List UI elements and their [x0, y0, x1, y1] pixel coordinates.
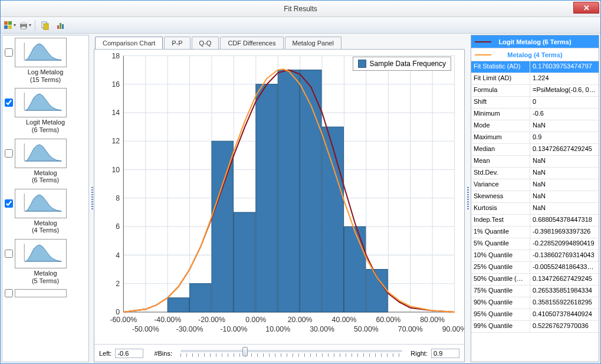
- svg-rect-1: [8, 21, 12, 25]
- tab[interactable]: Comparison Chart: [95, 37, 163, 49]
- stat-row[interactable]: 90% Quantile0.358155922618295: [471, 297, 599, 309]
- stat-row[interactable]: Median0.134726627429245: [471, 144, 599, 156]
- tab-bar: Comparison ChartP-PQ-QCDF DifferencesMet…: [94, 35, 466, 49]
- separator: [35, 20, 35, 31]
- stat-value: NaN: [530, 203, 599, 214]
- thumb-item[interactable]: Metalog(5 Terms): [4, 239, 87, 284]
- thumb-preview: [15, 88, 67, 117]
- stat-label: Fit Statistic (AD): [471, 61, 530, 73]
- stat-row[interactable]: Shift0: [471, 97, 599, 109]
- stat-label: Kurtosis: [471, 203, 530, 214]
- svg-text:8: 8: [116, 194, 120, 202]
- thumb-checkbox[interactable]: [5, 250, 13, 258]
- svg-text:-50.00%: -50.00%: [132, 325, 159, 333]
- print-button[interactable]: ▾: [18, 19, 31, 32]
- svg-text:60.00%: 60.00%: [376, 316, 400, 324]
- toolbar: ▾ ▾: [1, 17, 600, 34]
- stat-row[interactable]: KurtosisNaN: [471, 203, 599, 215]
- stat-row[interactable]: ModeNaN: [471, 120, 599, 132]
- stat-row[interactable]: Maximum0.9: [471, 132, 599, 144]
- stat-row[interactable]: Minimum-0.6: [471, 109, 599, 120]
- app-menu-button[interactable]: ▾: [3, 19, 16, 32]
- copy-button[interactable]: [39, 19, 52, 32]
- stat-value: -0.228520994890419: [530, 238, 599, 250]
- line-swatch-logit: [475, 41, 491, 42]
- stat-row[interactable]: 99% Quantile0.52267627970036: [471, 321, 599, 333]
- slider-thumb[interactable]: [242, 347, 248, 356]
- stats-table[interactable]: Fit Statistic (AD)0.176039753474797Fit L…: [471, 61, 599, 362]
- stat-row[interactable]: Indep.Test0.688054378447318: [471, 215, 599, 227]
- tab[interactable]: Metalog Panel: [285, 37, 341, 49]
- svg-text:2: 2: [116, 280, 120, 288]
- close-button[interactable]: ✕: [573, 2, 599, 14]
- stat-value: 0.265335851984334: [530, 286, 599, 297]
- stat-value: 0.134726627429245: [530, 144, 599, 155]
- svg-text:10.00%: 10.00%: [265, 325, 290, 333]
- stat-row[interactable]: Std.Dev.NaN: [471, 168, 599, 179]
- stat-label: Skewness: [471, 191, 530, 202]
- thumb-item[interactable]: Log Metalog(15 Terms): [4, 38, 87, 83]
- thumb-preview: [15, 139, 67, 168]
- thumb-checkbox[interactable]: [5, 99, 13, 107]
- stat-row[interactable]: Fit Limit (AD)1.224: [471, 73, 599, 85]
- svg-text:80.00%: 80.00%: [420, 316, 445, 324]
- thumb-label: Metalog(4 Terms): [32, 219, 59, 234]
- stat-row[interactable]: 5% Quantile-0.228520994890419: [471, 238, 599, 250]
- svg-rect-2: [4, 25, 8, 29]
- thumb-item[interactable]: Metalog(6 Terms): [4, 139, 87, 184]
- stat-value: 0.688054378447318: [530, 215, 599, 226]
- stat-row[interactable]: 75% Quantile0.265335851984334: [471, 286, 599, 297]
- chart-type-button[interactable]: [54, 19, 67, 32]
- left-input[interactable]: [115, 349, 143, 358]
- thumb-label: Logit Metalog(6 Terms): [26, 119, 65, 133]
- stat-label: 75% Quantile: [471, 286, 530, 297]
- thumb-item[interactable]: Metalog(4 Terms): [4, 189, 87, 234]
- thumb-checkbox[interactable]: [5, 289, 13, 297]
- bins-slider[interactable]: [176, 350, 407, 357]
- stat-row[interactable]: MeanNaN: [471, 156, 599, 168]
- tab[interactable]: P-P: [164, 37, 190, 49]
- stat-row[interactable]: 25% Quantile-0.005524818643307…: [471, 262, 599, 274]
- bar-chart-icon: [56, 21, 65, 30]
- stats-header-primary[interactable]: Logit Metalog (6 Terms): [471, 35, 599, 48]
- stat-row[interactable]: SkewnessNaN: [471, 191, 599, 203]
- stat-row[interactable]: 50% Quantile (Me…0.134726627429245: [471, 274, 599, 286]
- stat-label: Minimum: [471, 109, 530, 120]
- svg-rect-57: [322, 127, 343, 312]
- stat-row[interactable]: 95% Quantile0.410507378440924: [471, 309, 599, 321]
- stats-header-secondary[interactable]: Metalog (4 Terms): [471, 48, 599, 61]
- stat-label: Indep.Test: [471, 215, 530, 226]
- titlebar: Fit Results ✕: [1, 1, 600, 17]
- print-icon: [19, 21, 28, 30]
- thumb-checkbox[interactable]: [5, 48, 13, 57]
- stats-header-secondary-label: Metalog (4 Terms): [507, 51, 562, 58]
- center-panel: Comparison ChartP-PQ-QCDF DifferencesMet…: [94, 35, 466, 362]
- stat-label: 25% Quantile: [471, 262, 530, 273]
- stat-row[interactable]: 10% Quantile-0.138602769314043: [471, 250, 599, 262]
- svg-rect-0: [4, 21, 8, 25]
- stat-value: NaN: [530, 179, 599, 191]
- thumb-item[interactable]: Logit Metalog(6 Terms): [4, 88, 87, 133]
- stat-row[interactable]: VarianceNaN: [471, 179, 599, 191]
- stat-row[interactable]: 1% Quantile-0.39819693397326: [471, 227, 599, 238]
- stat-label: Median: [471, 144, 530, 155]
- svg-text:-40.00%: -40.00%: [154, 316, 181, 324]
- distribution-list[interactable]: Log Metalog(15 Terms) Logit Metalog(6 Te…: [2, 35, 89, 362]
- stat-label: Variance: [471, 179, 530, 191]
- tab[interactable]: Q-Q: [192, 37, 219, 49]
- thumb-checkbox[interactable]: [5, 199, 13, 208]
- stat-row[interactable]: Formula=PsiMetalog(-0.6, 0.9…: [471, 85, 599, 97]
- right-input[interactable]: [431, 349, 459, 358]
- svg-text:30.00%: 30.00%: [310, 325, 334, 333]
- stat-label: 50% Quantile (Me…: [471, 274, 530, 285]
- splitter-right[interactable]: [466, 34, 469, 363]
- svg-text:10: 10: [111, 166, 120, 174]
- thumb-preview: [15, 289, 67, 297]
- body: Log Metalog(15 Terms) Logit Metalog(6 Te…: [1, 34, 600, 363]
- thumb-checkbox[interactable]: [5, 149, 13, 158]
- stat-value: 0.52267627970036: [530, 321, 599, 332]
- tab[interactable]: CDF Differences: [220, 37, 283, 49]
- stat-label: Std.Dev.: [471, 168, 530, 179]
- stat-value: NaN: [530, 191, 599, 202]
- stat-row[interactable]: Fit Statistic (AD)0.176039753474797: [471, 61, 599, 73]
